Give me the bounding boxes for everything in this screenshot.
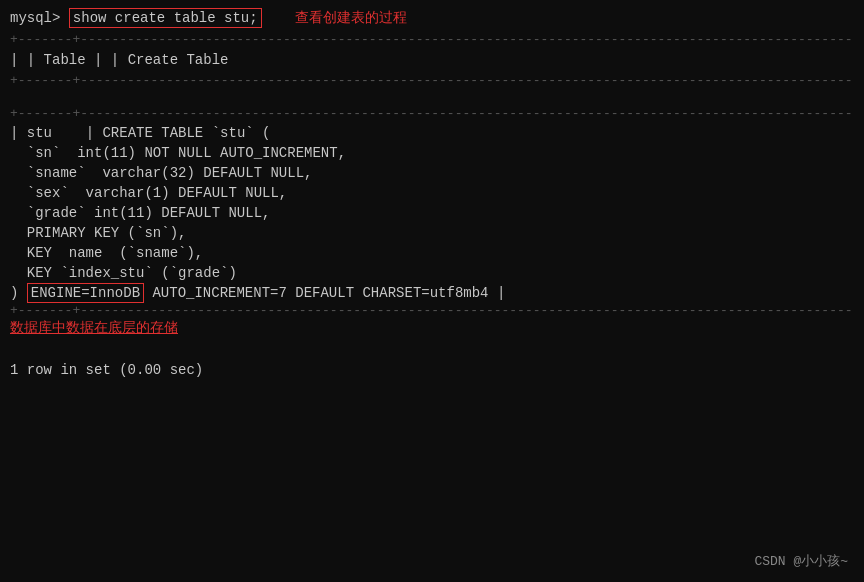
col-table-header: | Table | (27, 49, 103, 71)
command-box: show create table stu; (69, 8, 262, 28)
separator-2: +-------+-------------------------------… (10, 73, 854, 88)
command-line: mysql> show create table stu; 查看创建表的过程 (10, 8, 854, 28)
col-create-header: Create Table (128, 49, 229, 71)
data-row-1: | stu | CREATE TABLE `stu` ( (10, 123, 854, 143)
pipe-1: | (10, 49, 27, 71)
mysql-prompt: mysql> (10, 8, 60, 28)
primary-key: PRIMARY KEY (`sn`), (10, 223, 854, 243)
csdn-watermark: CSDN @小小孩~ (754, 552, 848, 570)
key-name: KEY name (`sname`), (10, 243, 854, 263)
field-sname: `sname` varchar(32) DEFAULT NULL, (10, 163, 854, 183)
stu-value: stu (27, 123, 77, 143)
result-line: 1 row in set (0.00 sec) (10, 360, 854, 380)
result-text: 1 row in set (0.00 sec) (10, 360, 203, 380)
engine-box: ENGINE=InnoDB (27, 283, 144, 303)
annotation-line-2: 数据库中数据在底层的存储 (10, 318, 854, 338)
annotation-2: 数据库中数据在底层的存储 (10, 318, 178, 338)
engine-line: ) ENGINE=InnoDB AUTO_INCREMENT=7 DEFAULT… (10, 283, 854, 303)
separator-4: +-------+-------------------------------… (10, 303, 854, 318)
empty-line-2 (10, 338, 854, 356)
annotation-1: 查看创建表的过程 (295, 8, 407, 28)
field-sex: `sex` varchar(1) DEFAULT NULL, (10, 183, 854, 203)
key-index-stu: KEY `index_stu` (`grade`) (10, 263, 854, 283)
pipe-2: | (102, 49, 127, 71)
empty-line-1 (10, 88, 854, 106)
field-grade: `grade` int(11) DEFAULT NULL, (10, 203, 854, 223)
separator-3: +-------+-------------------------------… (10, 106, 854, 121)
create-table-stmt: CREATE TABLE `stu` ( (102, 123, 270, 143)
terminal-window: mysql> show create table stu; 查看创建表的过程 +… (0, 0, 864, 582)
field-sn: `sn` int(11) NOT NULL AUTO_INCREMENT, (10, 143, 854, 163)
separator-1: +-------+-------------------------------… (10, 32, 854, 47)
header-row: | | Table | | Create Table (10, 49, 854, 71)
